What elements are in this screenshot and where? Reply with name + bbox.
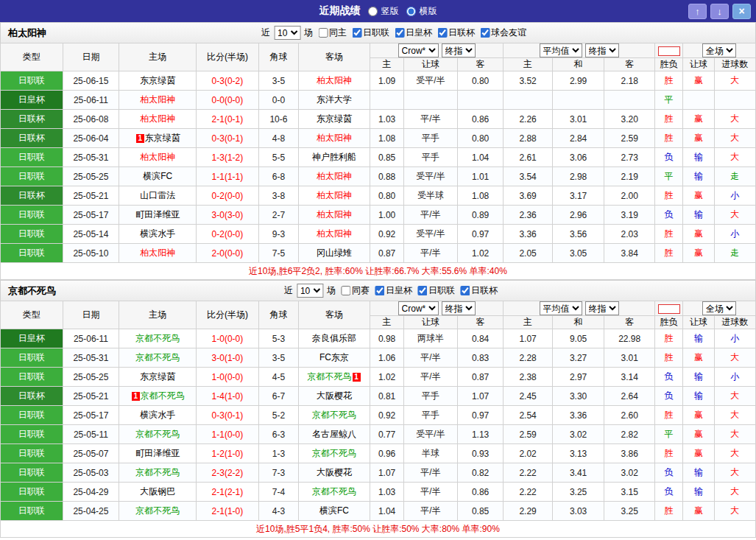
same-venue-filter-checkbox[interactable] — [341, 286, 350, 295]
home-team-cell[interactable]: 大阪钢巴 — [119, 483, 197, 502]
away-team-cell[interactable]: 柏太阳神 — [299, 186, 370, 206]
away-team-cell[interactable]: 东京绿茵 — [299, 110, 370, 129]
away-team-cell[interactable]: 神户胜利船 — [299, 148, 370, 167]
average-select[interactable]: 平均值 — [540, 301, 582, 315]
score-cell[interactable]: 1-0(0-0) — [197, 368, 259, 387]
odds-stage-select-1[interactable]: 终指 — [442, 43, 476, 57]
away-team-cell[interactable]: 奈良俱乐部 — [299, 329, 370, 348]
league-filter-2-checkbox[interactable] — [395, 28, 404, 38]
same-venue-filter[interactable]: 同主 — [318, 27, 347, 39]
bookmaker-select[interactable]: Crow* — [398, 43, 439, 57]
league-filter-4-checkbox[interactable] — [480, 28, 490, 38]
score-cell[interactable]: 0-0(0-0) — [197, 91, 259, 110]
home-team-cell[interactable]: 山口雷法 — [119, 186, 197, 206]
match-row: 日联杯25-06-08柏太阳神2-1(0-1)10-6东京绿茵1.03平/半0.… — [1, 110, 756, 129]
league-filter-3[interactable]: 日联杯 — [460, 284, 498, 297]
score-cell[interactable]: 0-3(0-1) — [197, 406, 259, 425]
home-team-cell[interactable]: 横滨FC — [119, 167, 197, 186]
score-cell[interactable]: 2-3(2-2) — [197, 463, 259, 483]
layout-radio-vertical[interactable]: 竖版 — [368, 5, 399, 18]
away-team-cell[interactable]: 柏太阳神 — [299, 167, 370, 186]
away-team-cell[interactable]: 东洋大学 — [299, 91, 370, 110]
home-team-cell[interactable]: 东京绿茵 — [119, 71, 197, 91]
score-cell[interactable]: 0-2(0-0) — [197, 186, 259, 206]
home-team-cell[interactable]: 京都不死鸟 — [119, 463, 197, 483]
result-cell-1: 胜 — [654, 244, 682, 263]
home-team-cell[interactable]: 京都不死鸟 — [119, 348, 197, 368]
close-button[interactable]: × — [732, 4, 751, 19]
score-cell[interactable]: 1-2(1-0) — [197, 444, 259, 463]
home-team-cell[interactable]: 京都不死鸟 — [119, 425, 197, 444]
odds-stage-select-2[interactable]: 终指 — [585, 43, 619, 57]
score-cell[interactable]: 1-1(0-0) — [197, 425, 259, 444]
odds-stage-select-2[interactable]: 终指 — [585, 301, 619, 315]
home-team-cell[interactable]: 町田泽维亚 — [119, 444, 197, 463]
league-filter-3-checkbox[interactable] — [437, 28, 447, 38]
score-cell[interactable]: 2-1(0-1) — [197, 110, 259, 129]
scroll-down-button[interactable]: ↓ — [710, 4, 729, 19]
home-team-cell[interactable]: 东京绿茵 — [119, 368, 197, 387]
away-team-cell[interactable]: 柏太阳神 — [299, 225, 370, 244]
league-filter-4[interactable]: 球会友谊 — [480, 27, 526, 39]
league-filter-1[interactable]: 日皇杯 — [375, 284, 412, 297]
score-cell[interactable]: 2-1(2-1) — [197, 483, 259, 502]
score-cell[interactable]: 3-0(3-0) — [197, 206, 259, 225]
rounds-select[interactable]: 10 — [297, 284, 323, 298]
home-team-cell[interactable]: 京都不死鸟 — [119, 329, 197, 348]
league-filter-3-checkbox[interactable] — [460, 286, 470, 295]
score-cell[interactable]: 1-4(1-0) — [197, 387, 259, 406]
layout-radio-vertical-input[interactable] — [368, 7, 378, 16]
same-venue-filter[interactable]: 同赛 — [341, 284, 370, 297]
layout-radio-horizontal-input[interactable] — [406, 7, 416, 16]
league-filter-3[interactable]: 日联杯 — [437, 27, 475, 39]
score-cell[interactable]: 1-3(1-2) — [197, 148, 259, 167]
scope-select[interactable]: 全场 — [702, 43, 736, 57]
average-select[interactable]: 平均值 — [540, 43, 582, 57]
score-cell[interactable]: 3-0(1-0) — [197, 348, 259, 368]
away-team-cell[interactable]: 京都不死鸟 — [299, 406, 370, 425]
same-venue-filter-checkbox[interactable] — [318, 28, 328, 38]
away-team-cell[interactable]: 柏太阳神 — [299, 129, 370, 148]
home-team-cell[interactable]: 京都不死鸟 — [119, 502, 197, 521]
away-team-cell[interactable]: 京都不死鸟 — [299, 483, 370, 502]
home-team-cell[interactable]: 1东京绿茵 — [119, 129, 197, 148]
scroll-up-button[interactable]: ↑ — [688, 4, 707, 19]
home-team-cell[interactable]: 1京都不死鸟 — [119, 387, 197, 406]
away-team-cell[interactable]: 柏太阳神 — [299, 206, 370, 225]
away-team-cell[interactable]: 名古屋鲸八 — [299, 425, 370, 444]
away-team-cell[interactable]: 柏太阳神 — [299, 71, 370, 91]
score-cell[interactable]: 1-1(1-1) — [197, 167, 259, 186]
score-cell[interactable]: 1-0(0-0) — [197, 329, 259, 348]
bookmaker-select[interactable]: Crow* — [398, 301, 439, 315]
home-team-cell[interactable]: 柏太阳神 — [119, 91, 197, 110]
away-team-cell[interactable]: 京都不死鸟 — [299, 444, 370, 463]
score-cell[interactable]: 2-1(1-0) — [197, 502, 259, 521]
home-team-cell[interactable]: 柏太阳神 — [119, 148, 197, 167]
layout-radio-horizontal[interactable]: 横版 — [406, 5, 437, 18]
away-team-cell[interactable]: 横滨FC — [299, 502, 370, 521]
away-team-cell[interactable]: 冈山绿雉 — [299, 244, 370, 263]
rounds-select[interactable]: 10 — [274, 26, 300, 40]
odds-cell-1: 1.07 — [370, 463, 403, 483]
score-cell[interactable]: 0-3(0-1) — [197, 129, 259, 148]
home-team-cell[interactable]: 横滨水手 — [119, 225, 197, 244]
home-team-cell[interactable]: 横滨水手 — [119, 406, 197, 425]
away-team-cell[interactable]: 大阪樱花 — [299, 463, 370, 483]
away-team-cell[interactable]: 大阪樱花 — [299, 387, 370, 406]
home-team-cell[interactable]: 柏太阳神 — [119, 244, 197, 263]
league-filter-2[interactable]: 日皇杯 — [395, 27, 432, 39]
home-team-cell[interactable]: 柏太阳神 — [119, 110, 197, 129]
home-team-cell[interactable]: 町田泽维亚 — [119, 206, 197, 225]
league-filter-1-checkbox[interactable] — [352, 28, 361, 38]
score-cell[interactable]: 0-2(0-0) — [197, 225, 259, 244]
odds-stage-select-1[interactable]: 终指 — [442, 301, 476, 315]
score-cell[interactable]: 2-0(0-0) — [197, 244, 259, 263]
away-team-cell[interactable]: FC东京 — [299, 348, 370, 368]
score-cell[interactable]: 0-3(0-2) — [197, 71, 259, 91]
away-team-cell[interactable]: 京都不死鸟1 — [299, 368, 370, 387]
scope-select[interactable]: 全场 — [702, 301, 736, 315]
league-filter-2-checkbox[interactable] — [417, 286, 427, 295]
league-filter-2[interactable]: 日职联 — [417, 284, 455, 297]
league-filter-1[interactable]: 日职联 — [352, 27, 389, 39]
league-filter-1-checkbox[interactable] — [375, 286, 384, 295]
